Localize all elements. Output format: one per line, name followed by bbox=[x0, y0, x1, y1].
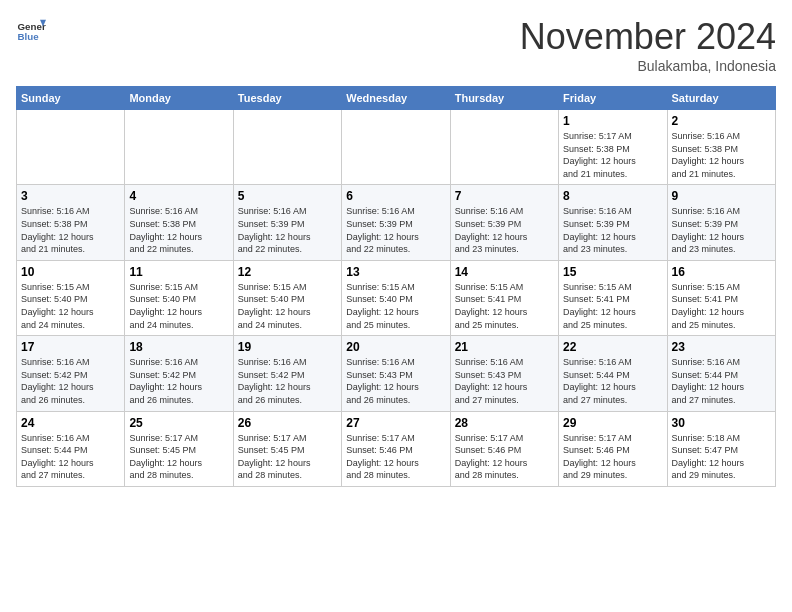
day-number: 11 bbox=[129, 265, 228, 279]
calendar-table: SundayMondayTuesdayWednesdayThursdayFrid… bbox=[16, 86, 776, 487]
calendar-cell bbox=[233, 110, 341, 185]
day-number: 16 bbox=[672, 265, 771, 279]
calendar-cell: 29Sunrise: 5:17 AM Sunset: 5:46 PM Dayli… bbox=[559, 411, 667, 486]
day-number: 22 bbox=[563, 340, 662, 354]
day-info: Sunrise: 5:16 AM Sunset: 5:38 PM Dayligh… bbox=[672, 130, 771, 180]
calendar-cell: 18Sunrise: 5:16 AM Sunset: 5:42 PM Dayli… bbox=[125, 336, 233, 411]
day-number: 27 bbox=[346, 416, 445, 430]
calendar-cell: 8Sunrise: 5:16 AM Sunset: 5:39 PM Daylig… bbox=[559, 185, 667, 260]
day-number: 30 bbox=[672, 416, 771, 430]
day-number: 23 bbox=[672, 340, 771, 354]
day-number: 29 bbox=[563, 416, 662, 430]
day-number: 26 bbox=[238, 416, 337, 430]
day-info: Sunrise: 5:16 AM Sunset: 5:43 PM Dayligh… bbox=[346, 356, 445, 406]
day-info: Sunrise: 5:15 AM Sunset: 5:40 PM Dayligh… bbox=[21, 281, 120, 331]
calendar-cell: 12Sunrise: 5:15 AM Sunset: 5:40 PM Dayli… bbox=[233, 260, 341, 335]
calendar-header-wednesday: Wednesday bbox=[342, 87, 450, 110]
calendar-cell: 27Sunrise: 5:17 AM Sunset: 5:46 PM Dayli… bbox=[342, 411, 450, 486]
day-number: 28 bbox=[455, 416, 554, 430]
calendar-cell: 14Sunrise: 5:15 AM Sunset: 5:41 PM Dayli… bbox=[450, 260, 558, 335]
day-number: 6 bbox=[346, 189, 445, 203]
calendar-cell: 20Sunrise: 5:16 AM Sunset: 5:43 PM Dayli… bbox=[342, 336, 450, 411]
day-number: 14 bbox=[455, 265, 554, 279]
day-info: Sunrise: 5:17 AM Sunset: 5:46 PM Dayligh… bbox=[455, 432, 554, 482]
logo-icon: General Blue bbox=[16, 16, 46, 46]
calendar-cell: 16Sunrise: 5:15 AM Sunset: 5:41 PM Dayli… bbox=[667, 260, 775, 335]
day-info: Sunrise: 5:15 AM Sunset: 5:41 PM Dayligh… bbox=[563, 281, 662, 331]
day-info: Sunrise: 5:16 AM Sunset: 5:42 PM Dayligh… bbox=[129, 356, 228, 406]
day-info: Sunrise: 5:16 AM Sunset: 5:39 PM Dayligh… bbox=[238, 205, 337, 255]
calendar-cell: 25Sunrise: 5:17 AM Sunset: 5:45 PM Dayli… bbox=[125, 411, 233, 486]
page-header: General Blue November 2024 Bulakamba, In… bbox=[16, 16, 776, 74]
calendar-cell: 30Sunrise: 5:18 AM Sunset: 5:47 PM Dayli… bbox=[667, 411, 775, 486]
calendar-cell bbox=[342, 110, 450, 185]
day-number: 24 bbox=[21, 416, 120, 430]
day-info: Sunrise: 5:15 AM Sunset: 5:40 PM Dayligh… bbox=[346, 281, 445, 331]
location: Bulakamba, Indonesia bbox=[520, 58, 776, 74]
day-info: Sunrise: 5:15 AM Sunset: 5:40 PM Dayligh… bbox=[238, 281, 337, 331]
calendar-header-saturday: Saturday bbox=[667, 87, 775, 110]
day-number: 18 bbox=[129, 340, 228, 354]
day-info: Sunrise: 5:16 AM Sunset: 5:42 PM Dayligh… bbox=[238, 356, 337, 406]
calendar-week-1: 1Sunrise: 5:17 AM Sunset: 5:38 PM Daylig… bbox=[17, 110, 776, 185]
day-info: Sunrise: 5:16 AM Sunset: 5:38 PM Dayligh… bbox=[21, 205, 120, 255]
day-info: Sunrise: 5:16 AM Sunset: 5:39 PM Dayligh… bbox=[563, 205, 662, 255]
calendar-cell: 26Sunrise: 5:17 AM Sunset: 5:45 PM Dayli… bbox=[233, 411, 341, 486]
calendar-cell: 22Sunrise: 5:16 AM Sunset: 5:44 PM Dayli… bbox=[559, 336, 667, 411]
calendar-cell: 6Sunrise: 5:16 AM Sunset: 5:39 PM Daylig… bbox=[342, 185, 450, 260]
calendar-header-tuesday: Tuesday bbox=[233, 87, 341, 110]
day-info: Sunrise: 5:17 AM Sunset: 5:38 PM Dayligh… bbox=[563, 130, 662, 180]
calendar-cell: 23Sunrise: 5:16 AM Sunset: 5:44 PM Dayli… bbox=[667, 336, 775, 411]
calendar-cell: 9Sunrise: 5:16 AM Sunset: 5:39 PM Daylig… bbox=[667, 185, 775, 260]
calendar-week-5: 24Sunrise: 5:16 AM Sunset: 5:44 PM Dayli… bbox=[17, 411, 776, 486]
calendar-cell: 4Sunrise: 5:16 AM Sunset: 5:38 PM Daylig… bbox=[125, 185, 233, 260]
day-number: 15 bbox=[563, 265, 662, 279]
calendar-cell: 24Sunrise: 5:16 AM Sunset: 5:44 PM Dayli… bbox=[17, 411, 125, 486]
calendar-week-3: 10Sunrise: 5:15 AM Sunset: 5:40 PM Dayli… bbox=[17, 260, 776, 335]
day-info: Sunrise: 5:17 AM Sunset: 5:45 PM Dayligh… bbox=[129, 432, 228, 482]
day-info: Sunrise: 5:17 AM Sunset: 5:46 PM Dayligh… bbox=[563, 432, 662, 482]
calendar-cell bbox=[450, 110, 558, 185]
day-info: Sunrise: 5:16 AM Sunset: 5:39 PM Dayligh… bbox=[455, 205, 554, 255]
svg-text:Blue: Blue bbox=[18, 31, 40, 42]
calendar-header-monday: Monday bbox=[125, 87, 233, 110]
day-info: Sunrise: 5:16 AM Sunset: 5:38 PM Dayligh… bbox=[129, 205, 228, 255]
calendar-cell: 10Sunrise: 5:15 AM Sunset: 5:40 PM Dayli… bbox=[17, 260, 125, 335]
day-info: Sunrise: 5:18 AM Sunset: 5:47 PM Dayligh… bbox=[672, 432, 771, 482]
day-number: 12 bbox=[238, 265, 337, 279]
day-number: 17 bbox=[21, 340, 120, 354]
calendar-header-friday: Friday bbox=[559, 87, 667, 110]
calendar-cell bbox=[17, 110, 125, 185]
calendar-week-4: 17Sunrise: 5:16 AM Sunset: 5:42 PM Dayli… bbox=[17, 336, 776, 411]
calendar-cell: 19Sunrise: 5:16 AM Sunset: 5:42 PM Dayli… bbox=[233, 336, 341, 411]
day-info: Sunrise: 5:15 AM Sunset: 5:41 PM Dayligh… bbox=[672, 281, 771, 331]
calendar-header-row: SundayMondayTuesdayWednesdayThursdayFrid… bbox=[17, 87, 776, 110]
calendar-cell bbox=[125, 110, 233, 185]
day-info: Sunrise: 5:16 AM Sunset: 5:39 PM Dayligh… bbox=[346, 205, 445, 255]
day-number: 4 bbox=[129, 189, 228, 203]
calendar-header-thursday: Thursday bbox=[450, 87, 558, 110]
calendar-cell: 3Sunrise: 5:16 AM Sunset: 5:38 PM Daylig… bbox=[17, 185, 125, 260]
day-number: 10 bbox=[21, 265, 120, 279]
day-info: Sunrise: 5:17 AM Sunset: 5:46 PM Dayligh… bbox=[346, 432, 445, 482]
day-number: 20 bbox=[346, 340, 445, 354]
calendar-cell: 28Sunrise: 5:17 AM Sunset: 5:46 PM Dayli… bbox=[450, 411, 558, 486]
calendar-cell: 11Sunrise: 5:15 AM Sunset: 5:40 PM Dayli… bbox=[125, 260, 233, 335]
day-info: Sunrise: 5:16 AM Sunset: 5:44 PM Dayligh… bbox=[21, 432, 120, 482]
day-number: 2 bbox=[672, 114, 771, 128]
day-info: Sunrise: 5:16 AM Sunset: 5:44 PM Dayligh… bbox=[672, 356, 771, 406]
calendar-cell: 5Sunrise: 5:16 AM Sunset: 5:39 PM Daylig… bbox=[233, 185, 341, 260]
day-info: Sunrise: 5:17 AM Sunset: 5:45 PM Dayligh… bbox=[238, 432, 337, 482]
calendar-cell: 15Sunrise: 5:15 AM Sunset: 5:41 PM Dayli… bbox=[559, 260, 667, 335]
calendar-cell: 1Sunrise: 5:17 AM Sunset: 5:38 PM Daylig… bbox=[559, 110, 667, 185]
title-block: November 2024 Bulakamba, Indonesia bbox=[520, 16, 776, 74]
calendar-cell: 21Sunrise: 5:16 AM Sunset: 5:43 PM Dayli… bbox=[450, 336, 558, 411]
day-info: Sunrise: 5:16 AM Sunset: 5:39 PM Dayligh… bbox=[672, 205, 771, 255]
day-number: 3 bbox=[21, 189, 120, 203]
day-number: 21 bbox=[455, 340, 554, 354]
day-info: Sunrise: 5:16 AM Sunset: 5:44 PM Dayligh… bbox=[563, 356, 662, 406]
day-info: Sunrise: 5:16 AM Sunset: 5:42 PM Dayligh… bbox=[21, 356, 120, 406]
calendar-cell: 2Sunrise: 5:16 AM Sunset: 5:38 PM Daylig… bbox=[667, 110, 775, 185]
day-info: Sunrise: 5:16 AM Sunset: 5:43 PM Dayligh… bbox=[455, 356, 554, 406]
calendar-week-2: 3Sunrise: 5:16 AM Sunset: 5:38 PM Daylig… bbox=[17, 185, 776, 260]
